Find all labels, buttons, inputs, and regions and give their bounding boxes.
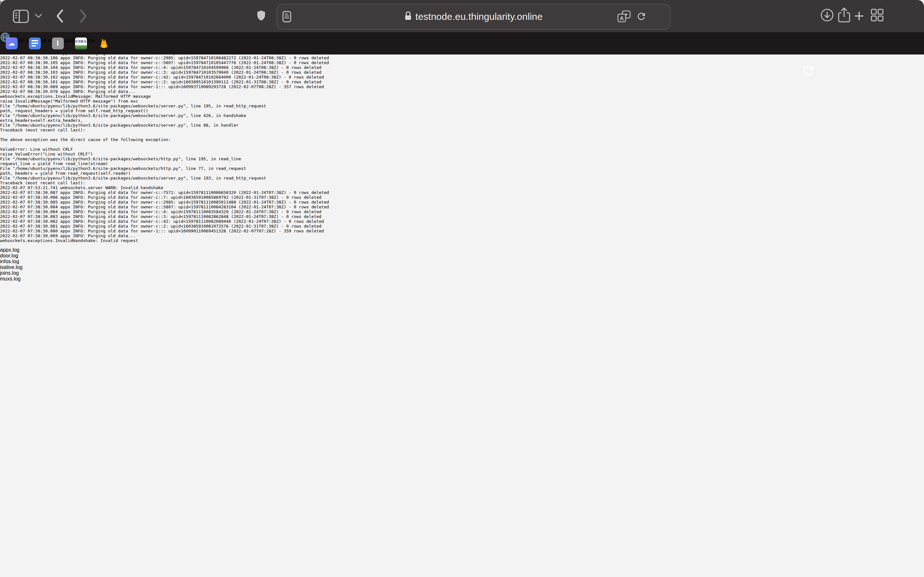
cloud-icon: ☁ bbox=[6, 37, 18, 49]
screen: testnode.eu.thingularity.online ✦ A bbox=[0, 0, 924, 577]
downloads-icon[interactable] bbox=[820, 8, 834, 22]
address-bar-center: testnode.eu.thingularity.online bbox=[277, 5, 670, 29]
tab-bar: ☁ I USDA bbox=[0, 32, 924, 55]
browser-toolbar: testnode.eu.thingularity.online ✦ A bbox=[0, 0, 924, 32]
letter-i-icon: I bbox=[52, 37, 64, 49]
refresh-button[interactable] bbox=[801, 63, 816, 78]
usda-icon: USDA bbox=[75, 37, 87, 49]
tab-overview-icon[interactable] bbox=[871, 9, 884, 21]
document-lines-icon bbox=[29, 37, 41, 49]
privacy-shield-icon[interactable] bbox=[256, 10, 266, 23]
log-file-option[interactable]: isalive.log bbox=[0, 264, 924, 270]
log-file-option[interactable]: infos.log bbox=[0, 259, 924, 264]
pinned-tab-firebase[interactable] bbox=[92, 32, 115, 55]
pinned-tab-cloud[interactable]: ☁ bbox=[0, 32, 23, 55]
log-file-option[interactable]: appx.log bbox=[0, 247, 924, 253]
sidebar-chevron-down-icon[interactable] bbox=[35, 13, 42, 19]
translate-icon[interactable]: ✦ A bbox=[617, 10, 631, 23]
log-file-option[interactable]: muxs.log bbox=[0, 276, 924, 282]
pinned-tab-docs[interactable] bbox=[23, 32, 46, 55]
log-file-dropdown: appx.log door.log infos.log isalive.log … bbox=[0, 247, 924, 282]
forward-button[interactable] bbox=[79, 9, 88, 23]
active-tab[interactable]: WMIF:testnode.eu.thingularity.online bbox=[0, 32, 924, 44]
reload-icon[interactable] bbox=[636, 11, 647, 22]
log-file-option[interactable]: joins.log bbox=[0, 270, 924, 276]
pinned-tab-usda[interactable]: USDA bbox=[69, 32, 92, 55]
tls-lock-icon bbox=[405, 11, 412, 22]
log-file-option[interactable]: door.log bbox=[0, 253, 924, 259]
log-viewer[interactable]: 2022-02-07 08:38:30.108 appx INFO: Purgi… bbox=[0, 46, 924, 243]
url-text: testnode.eu.thingularity.online bbox=[415, 11, 543, 22]
svg-text:A: A bbox=[620, 15, 624, 21]
log-text: 2022-02-07 08:38:30.108 appx INFO: Purgi… bbox=[0, 46, 924, 243]
share-icon[interactable] bbox=[837, 7, 851, 23]
new-tab-button[interactable]: + bbox=[854, 7, 864, 24]
address-bar[interactable]: testnode.eu.thingularity.online ✦ A bbox=[276, 4, 670, 29]
back-button[interactable] bbox=[55, 9, 64, 23]
pinned-tab-info[interactable]: I bbox=[46, 32, 69, 55]
flame-icon bbox=[99, 37, 110, 49]
sidebar-toggle-icon[interactable] bbox=[13, 10, 29, 23]
